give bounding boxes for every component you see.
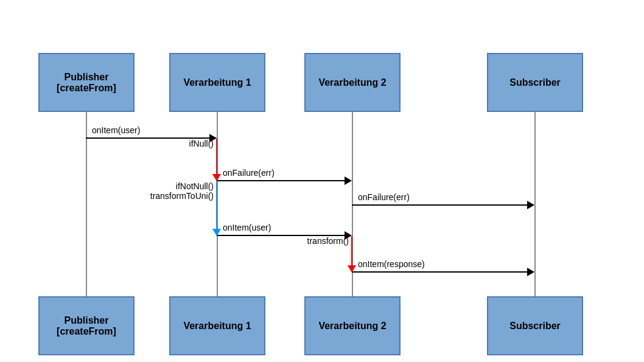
varrow-varr1: ifNull() [216, 139, 217, 181]
arrow-arr5: onItem(response) [352, 271, 534, 273]
box-pub-bot: Publisher[createFrom] [38, 296, 135, 355]
arrow-arr2: onFailure(err) [217, 180, 352, 181]
varrow-varr2: ifNotNull()transformToUni() [216, 181, 217, 236]
diagram: Publisher[createFrom]Verarbeitung 1Verar… [0, 0, 644, 362]
box-ver1-top: Verarbeitung 1 [169, 53, 265, 112]
box-ver2-top: Verarbeitung 2 [304, 53, 401, 112]
lifeline-ll-sub [534, 112, 536, 296]
box-pub-top: Publisher[createFrom] [38, 53, 135, 112]
box-sub-bot: Subscriber [487, 296, 583, 355]
box-ver1-bot: Verarbeitung 1 [169, 296, 265, 355]
page-title [0, 0, 644, 12]
lifeline-ll-pub [86, 112, 87, 296]
varrow-varr3: transform() [351, 236, 352, 273]
box-sub-top: Subscriber [487, 53, 583, 112]
arrow-arr3: onFailure(err) [352, 204, 534, 206]
box-ver2-bot: Verarbeitung 2 [304, 296, 401, 355]
